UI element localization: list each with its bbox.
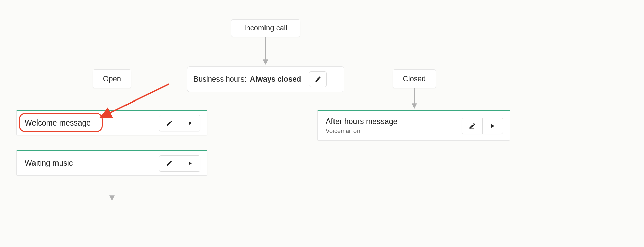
welcome-message-title: Welcome message: [25, 118, 91, 128]
play-icon: [490, 123, 496, 129]
open-label: Open: [103, 74, 121, 83]
play-icon: [187, 161, 193, 166]
edit-welcome-message-button[interactable]: [159, 115, 180, 131]
play-after-hours-button[interactable]: [482, 118, 503, 134]
business-hours-label: Business hours:: [193, 75, 247, 84]
play-waiting-music-button[interactable]: [180, 156, 200, 171]
welcome-message-actions: [159, 115, 200, 131]
edit-waiting-music-button[interactable]: [159, 156, 180, 171]
pencil-icon: [166, 120, 173, 127]
play-welcome-message-button[interactable]: [180, 115, 200, 131]
after-hours-card[interactable]: After hours message Voicemail on: [317, 110, 510, 141]
play-icon: [187, 120, 193, 126]
after-hours-title: After hours message: [326, 117, 397, 126]
svg-rect-8: [167, 126, 171, 126]
welcome-message-card[interactable]: Welcome message: [16, 110, 207, 135]
business-hours-value: Always closed: [250, 75, 301, 84]
closed-label: Closed: [403, 74, 426, 83]
call-flow-canvas: Incoming call Business hours: Always clo…: [0, 0, 644, 247]
svg-line-11: [108, 84, 169, 114]
edit-after-hours-button[interactable]: [462, 118, 482, 134]
pencil-icon: [469, 122, 476, 129]
svg-rect-10: [470, 128, 474, 129]
after-hours-actions: [462, 118, 503, 134]
waiting-music-title: Waiting music: [25, 159, 73, 168]
svg-rect-9: [167, 166, 171, 166]
svg-rect-7: [316, 82, 320, 82]
closed-branch-node: Closed: [393, 69, 436, 88]
open-branch-node: Open: [93, 69, 131, 88]
edit-business-hours-button[interactable]: [309, 71, 327, 87]
incoming-call-label: Incoming call: [244, 24, 287, 32]
after-hours-subtitle: Voicemail on: [326, 128, 397, 135]
pencil-icon: [166, 160, 173, 167]
waiting-music-actions: [159, 155, 200, 172]
pencil-icon: [315, 76, 321, 83]
incoming-call-node: Incoming call: [231, 19, 300, 37]
waiting-music-card[interactable]: Waiting music: [16, 150, 207, 176]
business-hours-node: Business hours: Always closed: [187, 66, 344, 92]
